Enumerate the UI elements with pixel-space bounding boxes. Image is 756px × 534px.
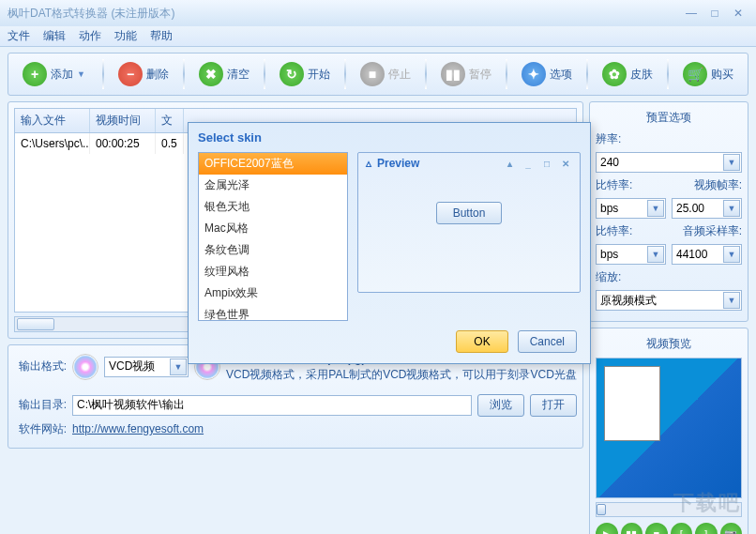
options-button[interactable]: ✦选项 xyxy=(513,57,581,91)
preset-title: 预置选项 xyxy=(596,108,742,131)
app-title: 枫叶DAT格式转换器 (未注册版本) xyxy=(8,6,174,22)
minimize-icon[interactable]: _ xyxy=(522,158,535,169)
zoom-combo[interactable]: 原视频模式▼ xyxy=(596,290,742,311)
vbr-combo[interactable]: bps▼ xyxy=(596,198,666,219)
tools-icon: ✦ xyxy=(522,62,546,86)
dialog-title: Select skin xyxy=(189,123,590,152)
skin-dialog: Select skin OFFICE2007蓝色 金属光泽 银色天地 Mac风格… xyxy=(188,122,591,364)
pause-icon: ▮▮ xyxy=(441,62,465,86)
clear-icon: ✖ xyxy=(199,62,223,86)
menu-help[interactable]: 帮助 xyxy=(150,28,173,44)
abr-combo[interactable]: bps▼ xyxy=(596,244,666,265)
open-button[interactable]: 打开 xyxy=(530,394,577,417)
toolbar: +添加▼ −删除 ✖清空 ↻开始 ■停止 ▮▮暂停 ✦选项 ✿皮肤 🛒购买 xyxy=(8,53,748,96)
res-combo[interactable]: 240▼ xyxy=(596,152,742,173)
delete-button[interactable]: −删除 xyxy=(110,57,177,91)
site-label: 软件网站: xyxy=(14,421,67,437)
menu-bar: 文件 编辑 动作 功能 帮助 xyxy=(0,26,756,47)
collapse-icon[interactable]: ▵ xyxy=(366,157,371,170)
pause-button[interactable]: ▮▮ xyxy=(621,523,643,534)
list-item[interactable]: OFFICE2007蓝色 xyxy=(199,153,347,175)
cut-end-button[interactable]: ] xyxy=(695,523,718,534)
seek-slider[interactable] xyxy=(596,502,742,517)
stop-icon: ■ xyxy=(360,62,385,86)
asr-combo[interactable]: 44100▼ xyxy=(672,244,742,265)
close-icon[interactable]: ✕ xyxy=(728,5,748,22)
list-item[interactable]: 银色天地 xyxy=(199,196,347,218)
close-icon[interactable]: ✕ xyxy=(559,158,572,169)
col-time[interactable]: 视频时间 xyxy=(90,109,156,132)
list-item[interactable]: 绿色世界 xyxy=(199,304,347,321)
pause-button[interactable]: ▮▮暂停 xyxy=(432,57,500,91)
ok-button[interactable]: OK xyxy=(456,330,507,353)
snapshot-button[interactable]: 📷 xyxy=(720,523,743,534)
cut-start-button[interactable]: [ xyxy=(671,523,693,534)
preview-button[interactable]: Button xyxy=(436,202,502,224)
cancel-button[interactable]: Cancel xyxy=(518,330,577,353)
menu-file[interactable]: 文件 xyxy=(8,28,30,44)
cd-icon xyxy=(72,354,98,380)
list-item[interactable]: 条纹色调 xyxy=(199,239,347,261)
preview-panel: 视频预览 ▶ ▮▮ ■ [ ] 📷 xyxy=(589,328,748,534)
minimize-icon[interactable]: — xyxy=(681,5,702,22)
apple-icon: ✿ xyxy=(602,62,627,86)
maximize-icon[interactable]: □ xyxy=(704,5,725,22)
menu-edit[interactable]: 编辑 xyxy=(43,28,66,44)
output-dir-input[interactable]: C:\枫叶视频软件\输出 xyxy=(72,395,472,416)
maximize-icon[interactable]: □ xyxy=(540,158,553,169)
col-file[interactable]: 输入文件 xyxy=(15,109,90,132)
chevron-down-icon[interactable]: ▼ xyxy=(77,69,88,79)
fps-combo[interactable]: 25.00▼ xyxy=(672,198,742,219)
stop-button[interactable]: ■ xyxy=(645,523,668,534)
list-item[interactable]: 金属光泽 xyxy=(199,175,347,196)
skin-button[interactable]: ✿皮肤 xyxy=(594,57,661,91)
preview-title: 视频预览 xyxy=(596,334,742,358)
plus-icon: + xyxy=(23,62,47,86)
add-button[interactable]: +添加▼ xyxy=(14,57,97,91)
start-button[interactable]: ↻开始 xyxy=(271,57,339,91)
fmt-label: 输出格式: xyxy=(14,359,67,374)
format-combo[interactable]: VCD视频▼ xyxy=(104,357,189,377)
site-link[interactable]: http://www.fengyesoft.com xyxy=(72,422,204,435)
dir-label: 输出目录: xyxy=(14,397,67,413)
clear-button[interactable]: ✖清空 xyxy=(190,57,258,91)
video-preview xyxy=(596,358,742,498)
col-other[interactable]: 文 xyxy=(156,109,184,132)
buy-button[interactable]: 🛒购买 xyxy=(674,57,742,91)
refresh-icon: ↻ xyxy=(280,62,304,86)
minus-icon: − xyxy=(118,62,143,86)
menu-action[interactable]: 动作 xyxy=(79,28,101,44)
menu-function[interactable]: 功能 xyxy=(114,28,137,44)
list-item[interactable]: Ampix效果 xyxy=(199,282,347,304)
list-item[interactable]: Mac风格 xyxy=(199,218,347,239)
title-bar: 枫叶DAT格式转换器 (未注册版本) — □ ✕ xyxy=(0,0,756,26)
browse-button[interactable]: 浏览 xyxy=(477,394,524,417)
preset-panel: 预置选项 辨率: 240▼ 比特率:视频帧率: bps▼ 25.00▼ 比特率:… xyxy=(589,101,748,322)
skin-listbox[interactable]: OFFICE2007蓝色 金属光泽 银色天地 Mac风格 条纹色调 纹理风格 A… xyxy=(198,152,348,321)
play-button[interactable]: ▶ xyxy=(596,523,618,534)
cart-icon: 🛒 xyxy=(683,62,707,86)
list-item[interactable]: 纹理风格 xyxy=(199,261,347,282)
skin-preview: ▵ Preview ▴ _ □ ✕ Button xyxy=(357,152,581,293)
stop-button[interactable]: ■停止 xyxy=(352,57,419,91)
chevron-down-icon: ▼ xyxy=(170,359,187,375)
up-icon[interactable]: ▴ xyxy=(503,158,516,169)
